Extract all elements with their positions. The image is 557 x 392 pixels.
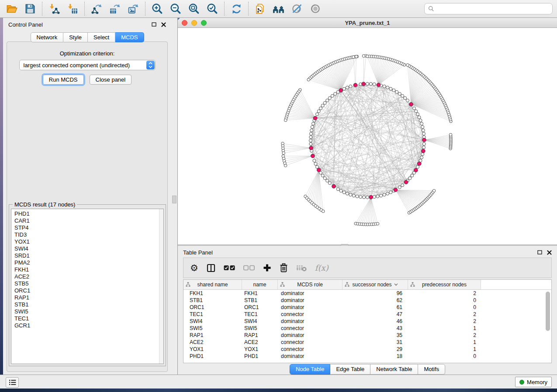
table-cell[interactable]: 18 <box>343 353 408 360</box>
table-cell[interactable]: STB1 <box>242 297 278 304</box>
table-cell[interactable]: RAP1 <box>242 332 278 339</box>
table-cell[interactable]: dominator <box>278 304 343 311</box>
table-cell[interactable]: FKH1 <box>183 290 242 297</box>
table-cell[interactable]: connector <box>278 311 343 318</box>
table-scrollbar-thumb[interactable] <box>546 292 550 331</box>
show-column-icon[interactable] <box>207 264 215 272</box>
table-cell[interactable]: YOX1 <box>242 346 278 353</box>
add-column-icon[interactable] <box>263 264 271 272</box>
mcds-result-item[interactable]: YOX1 <box>14 238 163 245</box>
table-cell[interactable]: dominator <box>278 290 343 297</box>
table-cell[interactable]: 2 <box>408 332 481 339</box>
table-tab-edge-table[interactable]: Edge Table <box>330 364 370 375</box>
table-cell[interactable]: 43 <box>343 325 408 332</box>
table-cell[interactable]: YOX1 <box>183 346 242 353</box>
table-cell[interactable]: 0 <box>408 297 481 304</box>
show-graphics-details-icon[interactable] <box>308 1 323 16</box>
select-all-icon[interactable] <box>224 265 235 271</box>
zoom-in-icon[interactable] <box>150 1 165 16</box>
mcds-result-item[interactable]: GCR1 <box>14 322 163 329</box>
task-history-button[interactable] <box>6 377 19 388</box>
tab-mcds[interactable]: MCDS <box>115 32 144 42</box>
table-cell[interactable]: 46 <box>343 318 408 325</box>
table-options-gear-icon[interactable]: ⚙ <box>190 263 198 272</box>
zoom-fit-icon[interactable] <box>187 1 201 16</box>
table-cell[interactable]: ACE2 <box>183 339 242 346</box>
table-cell[interactable]: TEC1 <box>183 311 242 318</box>
table-cell[interactable]: PHD1 <box>183 353 242 360</box>
mcds-result-item[interactable]: PHD1 <box>14 210 163 217</box>
table-cell[interactable]: 29 <box>343 346 408 353</box>
mcds-result-item[interactable]: ORC1 <box>14 287 163 294</box>
table-row[interactable]: PHD1PHD1dominator180 <box>183 353 551 360</box>
column-header-shared-name[interactable]: shared name <box>183 280 242 289</box>
table-cell[interactable]: FKH1 <box>242 290 278 297</box>
mcds-result-item[interactable]: SRD1 <box>14 252 163 259</box>
table-row[interactable]: ACE2ACE2connector311 <box>183 339 551 346</box>
mcds-result-item[interactable]: SWI4 <box>14 245 163 252</box>
mcds-result-list[interactable]: PHD1CAR1STP4TID3YOX1SWI4SRD1PMA2FKH1ACE2… <box>11 209 164 364</box>
vertical-splitter-handle[interactable] <box>172 196 176 203</box>
run-mcds-button[interactable]: Run MCDS <box>43 75 84 85</box>
table-cell[interactable]: dominator <box>278 297 343 304</box>
table-row[interactable]: SWI5SWI5connector431 <box>183 325 551 332</box>
open-file-icon[interactable] <box>4 1 19 16</box>
node-table[interactable]: shared namenameMCDS rolesuccessor nodesp… <box>183 279 552 363</box>
float-panel-icon[interactable] <box>537 250 542 254</box>
hide-graphics-details-icon[interactable] <box>290 1 304 16</box>
table-cell[interactable]: 1 <box>408 346 481 353</box>
table-row[interactable]: RAP1RAP1dominator352 <box>183 332 551 339</box>
column-header-predecessor-nodes[interactable]: predecessor nodes <box>408 280 481 289</box>
table-cell[interactable]: 2 <box>408 290 481 297</box>
mcds-result-item[interactable]: STP4 <box>14 224 163 231</box>
table-cell[interactable]: 31 <box>343 339 408 346</box>
table-cell[interactable]: 1 <box>408 339 481 346</box>
table-row[interactable]: YOX1YOX1connector291 <box>183 346 551 353</box>
delete-column-icon[interactable] <box>280 263 288 272</box>
table-cell[interactable]: SWI5 <box>242 325 278 332</box>
table-cell[interactable]: dominator <box>278 332 343 339</box>
network-window-titlebar[interactable]: YPA_prune.txt_1 <box>178 18 557 28</box>
table-cell[interactable]: 2 <box>408 318 481 325</box>
table-cell[interactable]: SWI4 <box>242 318 278 325</box>
table-cell[interactable]: ORC1 <box>242 304 278 311</box>
table-cell[interactable]: ORC1 <box>183 304 242 311</box>
table-tab-network-table[interactable]: Network Table <box>370 364 418 375</box>
mcds-result-item[interactable]: PMA2 <box>14 259 163 266</box>
zoom-out-icon[interactable] <box>168 1 183 16</box>
tab-select[interactable]: Select <box>88 32 115 42</box>
import-network-icon[interactable] <box>47 1 62 16</box>
column-header-MCDS-role[interactable]: MCDS role <box>278 280 343 289</box>
table-cell[interactable]: 1 <box>408 325 481 332</box>
table-cell[interactable]: 61 <box>343 304 408 311</box>
export-image-icon[interactable] <box>126 1 141 16</box>
column-header-successor-nodes[interactable]: successor nodes <box>343 280 408 289</box>
table-cell[interactable]: 0 <box>408 353 481 360</box>
table-cell[interactable]: dominator <box>278 353 343 360</box>
mcds-result-item[interactable]: RAP1 <box>14 294 163 301</box>
table-cell[interactable]: 2 <box>408 311 481 318</box>
table-cell[interactable]: ACE2 <box>242 339 278 346</box>
maximize-window-icon[interactable] <box>201 20 207 26</box>
mcds-result-item[interactable]: STB5 <box>14 280 163 287</box>
save-session-icon[interactable] <box>23 1 38 16</box>
table-row[interactable]: ORC1ORC1dominator610 <box>183 304 551 311</box>
table-cell[interactable]: 47 <box>343 311 408 318</box>
mcds-result-item[interactable]: CAR1 <box>14 217 163 224</box>
refresh-icon[interactable] <box>229 1 244 16</box>
vertical-splitter[interactable] <box>171 18 178 375</box>
network-overview-icon[interactable] <box>271 1 286 16</box>
table-cell[interactable]: connector <box>278 346 343 353</box>
table-cell[interactable]: TEC1 <box>242 311 278 318</box>
close-panel-icon[interactable] <box>161 22 166 27</box>
tab-network[interactable]: Network <box>30 32 63 42</box>
clone-network-icon[interactable] <box>253 1 268 16</box>
column-header-name[interactable]: name <box>242 280 278 289</box>
table-cell[interactable]: STB1 <box>183 297 242 304</box>
table-cell[interactable]: connector <box>278 339 343 346</box>
network-graph[interactable] <box>178 28 557 244</box>
table-row[interactable]: SWI4SWI4dominator462 <box>183 318 551 325</box>
mcds-result-item[interactable]: ACE2 <box>14 273 163 280</box>
search-input[interactable] <box>437 5 549 13</box>
deselect-all-icon[interactable] <box>243 265 255 271</box>
